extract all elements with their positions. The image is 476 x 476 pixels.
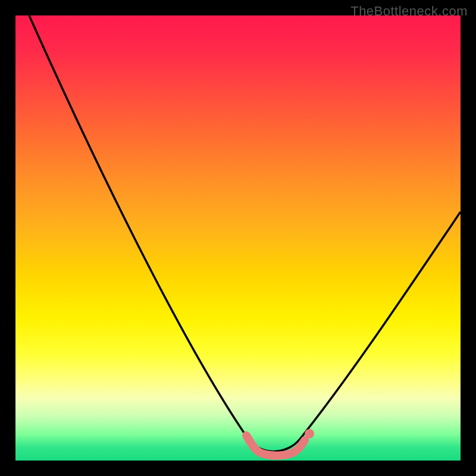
trough-marker-dot: [305, 429, 314, 439]
bottleneck-chart: [15, 15, 461, 461]
curve-main: [29, 15, 461, 452]
watermark-text: TheBottleneck.com: [350, 4, 468, 19]
trough-marker-band: [246, 436, 305, 456]
